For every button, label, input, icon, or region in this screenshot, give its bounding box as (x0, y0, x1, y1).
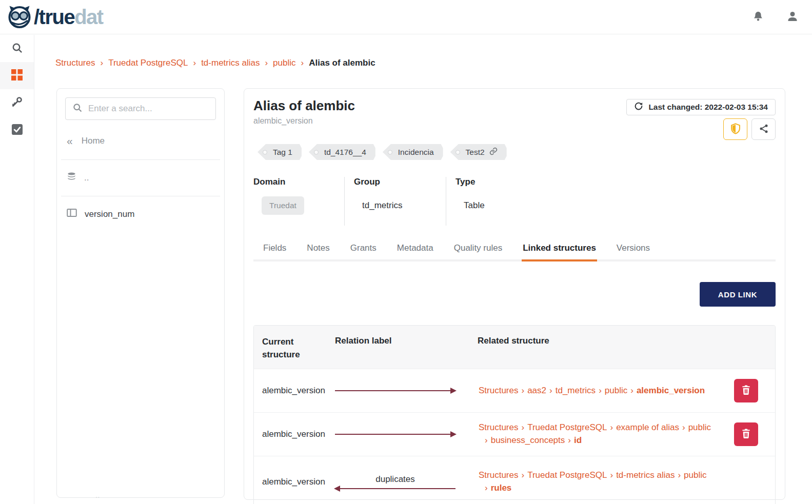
truedat-logo[interactable]: /truedat (6, 3, 103, 31)
attribute-label: Domain (253, 177, 344, 187)
attribute-value: Table (464, 200, 485, 211)
tab-notes[interactable]: Notes (306, 238, 330, 259)
attribute-value: td_metrics (362, 200, 446, 211)
relation-arrow-right-icon (335, 434, 455, 435)
tab-versions[interactable]: Versions (616, 238, 651, 259)
sidebar-item-catalog[interactable] (0, 62, 34, 89)
sidebar-item-permissions[interactable] (0, 89, 34, 116)
sidebar-item-quality[interactable] (0, 116, 34, 144)
chevron-right-icon: › (193, 58, 196, 68)
table-row: alembic_version Structures›aas2›td_metri… (254, 369, 775, 412)
notifications-button[interactable] (752, 10, 764, 24)
grid-icon (11, 69, 23, 82)
tab-grants[interactable]: Grants (349, 238, 378, 259)
relation-cell (335, 434, 478, 435)
related-crumb[interactable]: public (683, 470, 707, 480)
detail-header: Alias of alembic alembic_version Last ch… (253, 98, 776, 140)
related-structure-target[interactable]: rules (490, 483, 513, 493)
related-crumb[interactable]: example of alias (615, 422, 680, 432)
tag-hole-icon (388, 150, 392, 154)
tag-chip[interactable]: td_4176__4 (309, 144, 375, 160)
structure-tree-panel: « Home .. version_num .. (56, 88, 225, 498)
related-structure-cell: Structures›Truedat PostgreSQL›td-metrics… (478, 469, 734, 494)
related-structure-cell: Structures›Truedat PostgreSQL›example of… (478, 421, 734, 447)
protected-button[interactable] (723, 118, 747, 140)
share-button[interactable] (751, 118, 776, 140)
add-link-button[interactable]: ADD LINK (700, 282, 776, 307)
related-crumb[interactable]: Truedat PostgreSQL (526, 422, 608, 432)
link-icon (489, 147, 498, 157)
relation-arrow-left-icon (335, 488, 455, 489)
tag-label: td_4176__4 (324, 148, 366, 157)
tree-search-input[interactable] (88, 104, 209, 114)
current-structure-cell: alembic_version (254, 477, 335, 487)
breadcrumb-item-schema[interactable]: public (273, 58, 295, 68)
relation-arrow-right-icon (335, 390, 455, 391)
related-crumb[interactable]: td_metrics (554, 386, 597, 395)
tree-home-link[interactable]: « Home (57, 125, 224, 159)
tab-quality-rules[interactable]: Quality rules (453, 238, 503, 259)
tree-parent-item[interactable]: .. (57, 160, 224, 196)
table-row: alembic_version Structures›Truedat Postg… (254, 412, 775, 456)
brand-part2: dat (74, 6, 103, 28)
tag-label: Incidencia (398, 148, 434, 157)
tag-label: Test2 (466, 148, 485, 157)
tag-chip[interactable]: Incidencia (383, 144, 443, 160)
related-crumb[interactable]: Truedat PostgreSQL (526, 470, 608, 480)
key-icon (11, 96, 23, 110)
breadcrumb-item-database[interactable]: td-metrics alias (201, 58, 260, 68)
tab-actions: ADD LINK (253, 282, 776, 307)
row-actions-cell (734, 422, 775, 446)
tab-linked-structures[interactable]: Linked structures (522, 238, 597, 261)
search-icon (72, 103, 83, 115)
attribute-label: Type (455, 177, 485, 187)
chevron-right-icon: › (483, 435, 490, 445)
share-icon (759, 124, 769, 135)
related-crumb[interactable]: public (687, 422, 712, 432)
related-crumb[interactable]: business_concepts (490, 435, 566, 445)
related-crumb[interactable]: td-metrics alias (615, 470, 676, 480)
attribute-domain: Domain Truedat (253, 177, 344, 226)
brand-text: /truedat (34, 7, 103, 27)
tree-field-item[interactable]: version_num (57, 196, 224, 232)
attribute-type: Type Table (446, 177, 497, 226)
tree-parent-label: .. (84, 173, 89, 183)
detail-tabs: Fields Notes Grants Metadata Quality rul… (253, 238, 776, 261)
tree-search-box (65, 97, 216, 120)
last-changed-button[interactable]: Last changed: 2022-02-03 15:34 (626, 99, 776, 115)
related-structure-target[interactable]: id (573, 435, 583, 445)
breadcrumb-item-system[interactable]: Truedat PostgreSQL (108, 58, 188, 68)
chevron-right-icon: › (566, 435, 573, 445)
related-crumb[interactable]: Structures (478, 470, 519, 480)
related-crumb[interactable]: aas2 (526, 386, 547, 395)
chevron-double-left-icon: « (67, 135, 73, 146)
domain-chip[interactable]: Truedat (262, 196, 304, 215)
tab-fields[interactable]: Fields (262, 238, 287, 259)
detail-action-buttons (723, 118, 776, 140)
related-path-line: Structures›Truedat PostgreSQL›example of… (478, 421, 727, 434)
column-header-related-structure: Related structure (478, 336, 734, 346)
tag-hole-icon (263, 150, 267, 154)
column-header-relation-label: Relation label (335, 336, 478, 346)
trash-icon (741, 385, 751, 397)
tag-chip[interactable]: Tag 1 (258, 144, 302, 160)
sidebar-rail (0, 35, 34, 504)
tag-chip-linked[interactable]: Test2 (450, 144, 507, 160)
delete-link-button[interactable] (734, 379, 758, 402)
tree-field-label: version_num (85, 209, 134, 219)
breadcrumb-item-structures[interactable]: Structures (55, 58, 95, 68)
related-structure-target[interactable]: alembic_version (636, 386, 706, 395)
tag-hole-icon (455, 150, 460, 154)
breadcrumb-current: Alias of alembic (309, 58, 375, 68)
related-crumb[interactable]: Structures (478, 386, 519, 395)
related-path-line: ›business_concepts›id (478, 434, 727, 447)
tab-metadata[interactable]: Metadata (396, 238, 434, 259)
tree-footer-hint: .. (95, 491, 100, 499)
related-crumb[interactable]: Structures (478, 422, 519, 432)
delete-link-button[interactable] (734, 422, 758, 446)
sidebar-item-search[interactable] (0, 35, 34, 62)
tag-hole-icon (314, 150, 319, 154)
tags-row: Tag 1 td_4176__4 Incidencia Test2 (258, 144, 776, 160)
user-menu-button[interactable] (786, 10, 799, 24)
related-crumb[interactable]: public (604, 386, 628, 395)
